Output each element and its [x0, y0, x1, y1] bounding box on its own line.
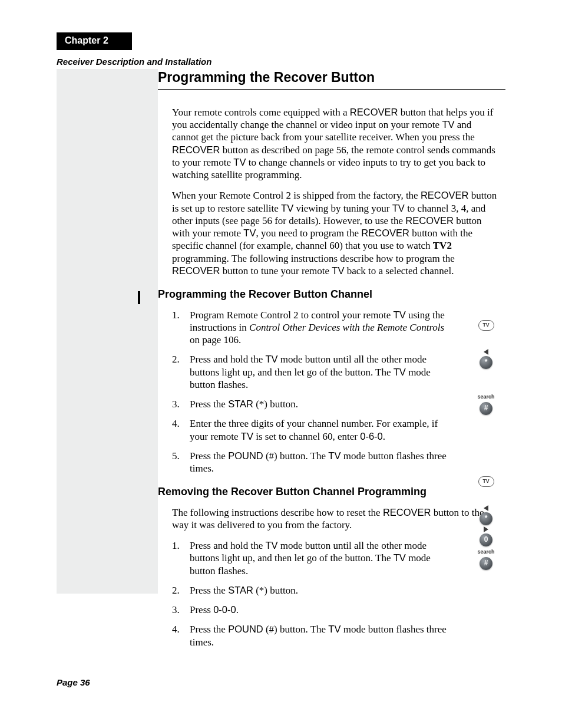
list-item: Program Remote Control 2 to control your…: [172, 309, 455, 347]
pound-button-icon: #: [480, 557, 492, 570]
remote-icon-group: *: [474, 348, 498, 369]
remote-icon-group: * 0 search #: [474, 504, 498, 570]
arrow-right-icon: [484, 526, 488, 532]
tv-mode-button-icon: TV: [478, 476, 494, 487]
star-button-icon: *: [480, 512, 492, 525]
star-button-icon: *: [480, 356, 492, 369]
list-item: Press and hold the TV mode button until …: [172, 353, 455, 391]
steps-removing: Press and hold the TV mode button until …: [172, 539, 505, 648]
list-item: Press the STAR (*) button.: [172, 584, 455, 597]
zero-button-icon: 0: [480, 533, 492, 546]
remote-icon-group: search #: [474, 394, 498, 415]
remote-icon-group: TV: [474, 320, 498, 331]
steps-programming: Program Remote Control 2 to control your…: [172, 309, 505, 475]
arrow-left-icon: [484, 505, 488, 511]
intro-paragraph-2: When your Remote Control 2 is shipped fr…: [172, 189, 498, 277]
list-item: Press 0-0-0.: [172, 604, 455, 616]
list-item: Press and hold the TV mode button until …: [172, 539, 455, 577]
removing-intro: The following instructions describe how …: [172, 506, 498, 532]
page-title: Programming the Recover Button: [158, 69, 505, 90]
search-label: search: [474, 394, 498, 401]
chapter-tab: Chapter 2: [57, 32, 132, 50]
list-item: Press the STAR (*) button.: [172, 398, 455, 410]
arrow-left-icon: [484, 349, 488, 355]
section-heading-removing: Removing the Recover Button Channel Prog…: [158, 485, 505, 499]
intro-paragraph-1: Your remote controls come equipped with …: [172, 106, 498, 182]
page-number: Page 36: [57, 677, 90, 689]
breadcrumb: Receiver Description and Installation: [57, 56, 211, 68]
section-heading-programming: Programming the Recover Button Channel: [158, 288, 505, 301]
main-content: Programming the Recover Button Your remo…: [158, 69, 505, 655]
remote-icon-group: TV: [474, 476, 498, 487]
change-bar-icon: [138, 291, 140, 304]
pound-button-icon: #: [480, 402, 492, 415]
list-item: Enter the three digits of your channel n…: [172, 417, 455, 443]
search-label: search: [474, 549, 498, 556]
left-margin-column: [57, 69, 158, 594]
list-item: Press the POUND (#) button. The TV mode …: [172, 450, 455, 475]
tv-mode-button-icon: TV: [478, 320, 494, 331]
list-item: Press the POUND (#) button. The TV mode …: [172, 623, 455, 648]
